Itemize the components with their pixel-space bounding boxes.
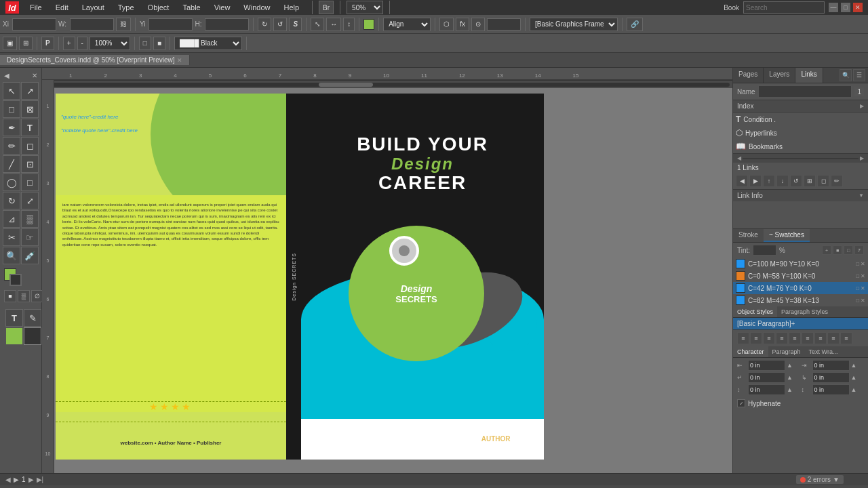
scissors-tool[interactable]: ✂: [3, 228, 20, 246]
fill-color-swatch[interactable]: [363, 19, 374, 30]
hyperlinks-item[interactable]: ⬡ Hyperlinks: [733, 126, 868, 140]
stroke-color-btn[interactable]: [24, 327, 41, 345]
align-last3-btn[interactable]: ≡: [827, 332, 840, 344]
page-last-btn[interactable]: ▶|: [37, 476, 44, 483]
rotate-cw-btn[interactable]: ↻: [258, 18, 271, 31]
links-relink[interactable]: ↑: [763, 175, 775, 187]
page-tool[interactable]: □: [3, 100, 20, 118]
tracking-up[interactable]: ▲: [851, 386, 861, 393]
stroke-weight-field[interactable]: 0.1667 in: [487, 18, 521, 30]
swatch-item-2[interactable]: C=42 M=76 Y=0 K=0 □ ✕: [733, 282, 868, 294]
bridge-button[interactable]: Br: [319, 1, 334, 14]
bookmarks-item[interactable]: 📖 Bookmarks: [733, 140, 868, 153]
gap-tool[interactable]: ⊠: [21, 100, 39, 118]
page-prev-btn[interactable]: ◀: [5, 476, 11, 483]
errors-dropdown-icon[interactable]: ▼: [833, 476, 840, 483]
color-mode-grad[interactable]: ▒: [18, 290, 30, 302]
swatch-item-3[interactable]: C=82 M=45 Y=38 K=13 □ ✕: [733, 294, 868, 306]
hyphenate-checkbox[interactable]: ✓: [737, 399, 745, 407]
link-info-header[interactable]: Link Info ▼: [733, 190, 868, 201]
align-justify-last-btn[interactable]: ≡: [789, 332, 801, 344]
zoom-in-btn[interactable]: +: [63, 37, 75, 50]
links-new[interactable]: ✏: [831, 175, 843, 187]
page-num-display[interactable]: 1: [22, 476, 26, 483]
rotate-tool-btn[interactable]: ↻: [3, 192, 20, 209]
menu-window[interactable]: Window: [237, 2, 277, 13]
menu-view[interactable]: View: [208, 2, 237, 13]
links-arrow-right[interactable]: ▶: [860, 155, 864, 161]
links-update[interactable]: ↓: [776, 175, 789, 187]
indent-right-input[interactable]: [812, 360, 850, 371]
swatches-tab[interactable]: ~ Swatches: [764, 229, 810, 242]
close-button[interactable]: ✕: [853, 3, 863, 12]
scale-btn[interactable]: ⤡: [311, 18, 324, 31]
indent-left-input[interactable]: [748, 360, 785, 371]
menu-edit[interactable]: Edit: [49, 2, 75, 13]
align-last4-btn[interactable]: ≡: [840, 332, 852, 344]
page-next-btn[interactable]: ▶: [28, 476, 34, 483]
indent-right-up[interactable]: ▲: [851, 362, 861, 369]
scale-tool-btn[interactable]: ⤢: [21, 192, 39, 209]
space-after-up[interactable]: ▲: [851, 374, 861, 381]
swatch-type-stroke[interactable]: □: [844, 245, 853, 255]
links-edit-original[interactable]: ↺: [790, 175, 802, 187]
page-nav-type[interactable]: ▶: [14, 476, 19, 483]
swatch-type-text[interactable]: T: [854, 245, 864, 255]
shear-btn[interactable]: S: [289, 18, 302, 31]
swatch-item-0[interactable]: C=100 M=90 Y=10 K=0 □ ✕: [733, 258, 868, 270]
shear-tool-btn[interactable]: ⊿: [3, 210, 20, 228]
frame-type-dropdown[interactable]: [Basic Graphics Frame]+: [530, 18, 618, 31]
view-mode-normal[interactable]: □: [139, 37, 151, 50]
tab-paragraph[interactable]: Paragraph: [768, 346, 805, 357]
gradient-tool[interactable]: ▒: [21, 210, 39, 228]
pen-tool[interactable]: P: [41, 37, 54, 50]
color-mode-solid[interactable]: ■: [4, 290, 16, 302]
eyedropper-tool[interactable]: 💉: [21, 247, 39, 264]
swatch-type-new[interactable]: +: [822, 245, 831, 255]
view-mode-preview[interactable]: ■: [153, 37, 165, 50]
text-frame-tool[interactable]: T: [5, 309, 23, 327]
object-styles-tab[interactable]: Object Styles: [733, 306, 777, 317]
leading-up[interactable]: ▲: [787, 386, 796, 393]
document-tab[interactable]: DesignSecrets_Covers.indd @ 50% [Overpri…: [0, 55, 190, 65]
view-zoom-dropdown[interactable]: 100%: [90, 37, 130, 50]
swatch-item-1[interactable]: C=0 M=58 Y=100 K=0 □ ✕: [733, 270, 868, 282]
doc-tab-close[interactable]: ✕: [177, 57, 182, 64]
space-after-input[interactable]: [812, 372, 850, 383]
rotate-ccw-btn[interactable]: ↺: [273, 18, 287, 31]
tint-value-input[interactable]: 100: [753, 245, 776, 256]
direct-select-tool[interactable]: ↗: [21, 82, 39, 100]
align-dropdown[interactable]: Align: [383, 18, 431, 31]
constrain-btn[interactable]: ⛓: [116, 18, 131, 31]
align-left-btn[interactable]: ≡: [737, 332, 749, 344]
pencil-tool[interactable]: ✏: [3, 137, 20, 155]
flip-v-btn[interactable]: ↕: [343, 18, 355, 31]
menu-help[interactable]: Help: [277, 2, 306, 13]
y-field[interactable]: 5.75 in: [149, 18, 193, 30]
stroke-color-dropdown[interactable]: ████ Black: [174, 37, 242, 50]
tab-character[interactable]: Character: [733, 346, 768, 357]
hand-tool[interactable]: ☞: [21, 228, 39, 246]
stroke-tab[interactable]: Stroke: [733, 229, 764, 242]
tool-select-all[interactable]: ▣: [3, 37, 17, 50]
zoom-dropdown[interactable]: 50%75%100%: [347, 1, 383, 14]
minimize-button[interactable]: —: [829, 3, 838, 12]
rect-frame-tool[interactable]: ⊡: [21, 155, 39, 173]
links-goto[interactable]: ⊞: [804, 175, 816, 187]
panel-search-btn[interactable]: 🔍: [840, 69, 852, 81]
swatch-type-fill[interactable]: ■: [833, 245, 842, 255]
stroke-swatch[interactable]: [9, 274, 22, 286]
opacity-btn[interactable]: ⊙: [471, 18, 485, 31]
paragraph-styles-tab[interactable]: Paragraph Styles: [777, 306, 832, 317]
align-right-btn[interactable]: ≡: [763, 332, 775, 344]
space-before-input[interactable]: [748, 372, 785, 383]
note-tool[interactable]: ✎: [24, 309, 41, 327]
links-arrow-left[interactable]: ◀: [737, 155, 741, 161]
tracking-input[interactable]: [812, 384, 850, 395]
align-center-btn[interactable]: ≡: [750, 332, 762, 344]
ellipse-frame-tool[interactable]: ◯: [3, 174, 20, 191]
links-nav-next[interactable]: ▶: [749, 175, 762, 187]
tab-pages[interactable]: Pages: [733, 68, 764, 83]
leading-input[interactable]: [748, 384, 785, 395]
flip-h-btn[interactable]: ↔: [326, 18, 341, 31]
